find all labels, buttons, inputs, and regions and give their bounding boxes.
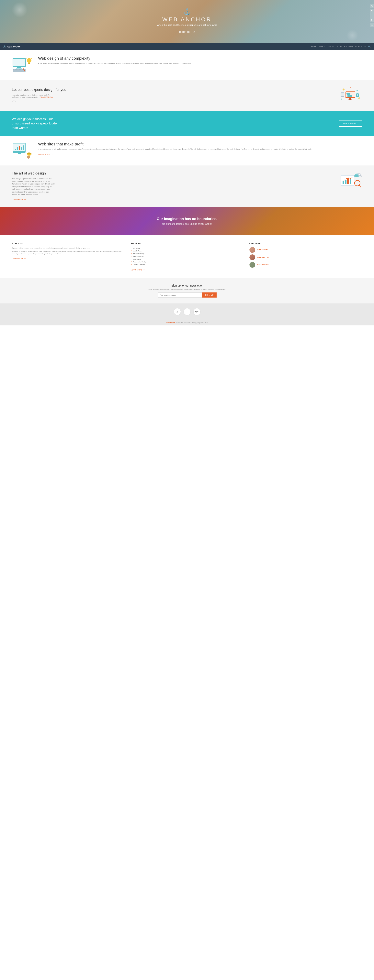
section-webdesign: Web design of any complexity A website i… bbox=[0, 50, 374, 80]
svg-rect-37 bbox=[15, 149, 16, 150]
search-icon[interactable]: 🔍 bbox=[368, 46, 371, 48]
col-services: Services ✓UX Design ✓Mobile Apps ✓Interf… bbox=[131, 242, 243, 271]
svg-rect-47 bbox=[28, 156, 29, 159]
team-name-dina: DINA STORM bbox=[257, 249, 268, 251]
svg-rect-54 bbox=[347, 178, 349, 184]
social-twitter[interactable]: ✕ bbox=[370, 9, 374, 13]
svg-rect-10 bbox=[20, 70, 21, 70]
newsletter-signup-button[interactable]: SIGN UP bbox=[202, 293, 216, 298]
check-icon-6: ✓ bbox=[131, 261, 132, 263]
navbar-name-label: ANCHOR bbox=[13, 46, 21, 48]
navbar-link-gallery[interactable]: GALLERY bbox=[344, 46, 353, 48]
svg-line-18 bbox=[27, 58, 27, 59]
svg-rect-43 bbox=[17, 154, 22, 154]
svg-rect-41 bbox=[22, 145, 24, 150]
imagination-subtitle: No standard designs, only unique artisti… bbox=[12, 223, 362, 225]
svg-rect-23 bbox=[347, 95, 352, 97]
about-para1: If you are skilled enough, have enough t… bbox=[12, 247, 125, 249]
check-icon-5: ✓ bbox=[131, 258, 132, 260]
svg-rect-53 bbox=[345, 180, 347, 184]
svg-rect-22 bbox=[347, 93, 350, 95]
section-newsletter: Sign up for our newsletter Email us with… bbox=[0, 278, 374, 304]
section-teal: We design your success! Our unsurpassed … bbox=[0, 111, 374, 136]
social-googleplus[interactable]: G+ bbox=[370, 4, 374, 8]
footer-social-facebook[interactable]: f bbox=[184, 309, 190, 315]
webdesign-body: A website is a medium that connects a pe… bbox=[38, 62, 192, 65]
section-footer-social: 𝕏 f G+ bbox=[0, 304, 374, 320]
newsletter-email-input[interactable] bbox=[158, 293, 203, 298]
see-below-button[interactable]: SEE BELOW... bbox=[339, 121, 362, 127]
profit-text: Web sites that make profit A website des… bbox=[38, 142, 312, 156]
check-icon-1: ✓ bbox=[131, 247, 132, 249]
section-imagination: Our imagination has no boundaries. No st… bbox=[0, 207, 374, 235]
navbar-link-about[interactable]: ABOUT bbox=[319, 46, 326, 48]
footer-social-twitter[interactable]: 𝕏 bbox=[174, 309, 181, 315]
svg-point-29 bbox=[356, 90, 358, 91]
footer-bottom: WEB ANCHOR DESIGN STUDIO © 2016 Privacy … bbox=[0, 320, 374, 325]
svg-rect-39 bbox=[19, 146, 20, 150]
svg-line-17 bbox=[31, 58, 32, 59]
section-experts: Let our best experts design for you A we… bbox=[0, 80, 374, 111]
svg-point-14 bbox=[27, 58, 32, 63]
svg-rect-3 bbox=[16, 68, 22, 68]
newsletter-subtitle: Email us with any questions or inquiries… bbox=[12, 288, 362, 290]
nav-next-arrow[interactable]: > bbox=[14, 100, 16, 103]
svg-rect-8 bbox=[18, 70, 19, 70]
col-about: About us If you are skilled enough, have… bbox=[12, 242, 125, 271]
hero-subtitle: When the best and the most expensive are… bbox=[157, 24, 217, 26]
art-text: The art of web design Web design is perf… bbox=[12, 171, 55, 201]
profit-learn-more[interactable]: LEARN MORE >> bbox=[38, 153, 53, 156]
svg-rect-11 bbox=[22, 70, 22, 70]
svg-point-57 bbox=[354, 175, 358, 177]
team-heading: Our team bbox=[249, 242, 362, 245]
hero-cta-button[interactable]: CLICK HERE! bbox=[174, 29, 200, 35]
svg-rect-49 bbox=[29, 156, 30, 158]
svg-rect-2 bbox=[17, 67, 21, 68]
newsletter-form: SIGN UP bbox=[158, 293, 217, 298]
experts-text: Let our best experts design for you A we… bbox=[12, 88, 66, 103]
svg-rect-27 bbox=[341, 93, 344, 96]
navbar-anchor-icon: ⚓ bbox=[3, 45, 6, 48]
check-icon-3: ✓ bbox=[131, 253, 132, 255]
svg-rect-38 bbox=[17, 147, 18, 150]
navbar-web-label: WEB bbox=[7, 46, 12, 48]
svg-point-61 bbox=[359, 174, 360, 175]
svg-rect-9 bbox=[19, 70, 20, 70]
svg-rect-48 bbox=[27, 156, 28, 158]
experts-read-more[interactable]: READ MORE >> bbox=[40, 96, 53, 98]
section-profit: Web sites that make profit A website des… bbox=[0, 136, 374, 165]
art-learn-more[interactable]: LEARN MORE >> bbox=[12, 199, 26, 201]
hero-anchor-icon: ⚓ bbox=[183, 8, 191, 16]
svg-line-59 bbox=[359, 185, 361, 187]
navbar-link-pages[interactable]: PAGES bbox=[328, 46, 334, 48]
navbar-link-contacts[interactable]: CONTACTS bbox=[355, 46, 366, 48]
about-learn-more[interactable]: LEARN MORE >> bbox=[12, 258, 26, 259]
svg-rect-15 bbox=[28, 63, 30, 64]
avatar-johan bbox=[249, 262, 255, 268]
services-learn-more[interactable]: LEARN MORE >> bbox=[131, 269, 145, 271]
col-team: Our team DINA STORM SUZANNA FOX JOHAN FE… bbox=[249, 242, 362, 271]
footer-social-googleplus[interactable]: G+ bbox=[193, 309, 200, 315]
svg-rect-25 bbox=[357, 94, 358, 96]
svg-rect-40 bbox=[21, 147, 22, 150]
service-item-3: ✓Interface Design bbox=[131, 252, 243, 255]
webdesign-title: Web design of any complexity bbox=[38, 56, 192, 60]
service-item-1: ✓UX Design bbox=[131, 247, 243, 250]
teal-text: We design your success! Our unsurpassed … bbox=[12, 117, 63, 130]
nav-prev-arrow[interactable]: < bbox=[12, 100, 14, 103]
navbar-link-home[interactable]: HOME bbox=[311, 46, 316, 48]
service-item-2: ✓Mobile Apps bbox=[131, 250, 243, 252]
webdesign-text: Web design of any complexity A website i… bbox=[38, 56, 192, 65]
navbar-link-blog[interactable]: BLOG bbox=[336, 46, 342, 48]
imagination-title: Our imagination has no boundaries. bbox=[12, 217, 362, 221]
services-list: ✓UX Design ✓Mobile Apps ✓Interface Desig… bbox=[131, 247, 243, 266]
svg-point-46 bbox=[27, 153, 32, 154]
social-facebook[interactable]: f bbox=[370, 13, 374, 18]
team-member-1: DINA STORM bbox=[249, 247, 362, 253]
art-body: Web design is performed by an IT profess… bbox=[12, 177, 55, 196]
social-linkedin[interactable]: in bbox=[370, 23, 374, 27]
about-para2: However, to save your time and effort, t… bbox=[12, 250, 125, 255]
social-pinterest[interactable]: P bbox=[370, 18, 374, 22]
navbar-brand: ⚓ WEB ANCHOR bbox=[3, 45, 21, 48]
check-icon-4: ✓ bbox=[131, 256, 132, 258]
